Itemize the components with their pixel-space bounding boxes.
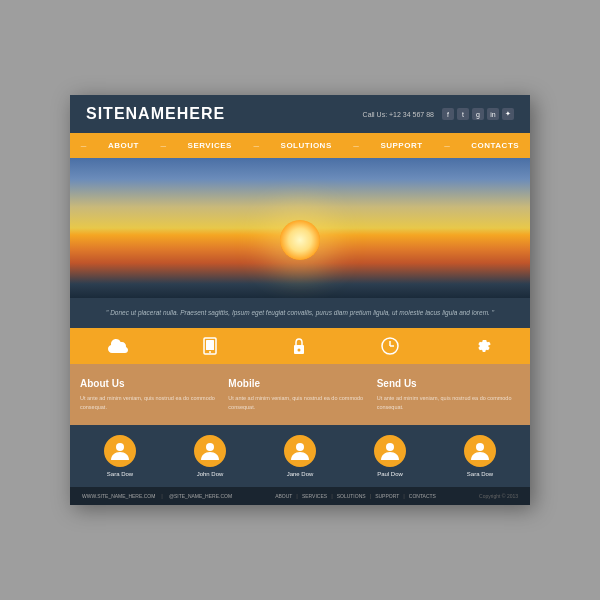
footer-nav-solutions[interactable]: SOLUTIONS <box>337 493 366 499</box>
quote-section: " Donec ut placerat nulla. Praesent sagi… <box>70 298 530 328</box>
feature-about-title: About Us <box>80 378 223 389</box>
features-section: About Us Ut ante ad minim veniam, quis n… <box>70 364 530 425</box>
svg-point-9 <box>206 443 214 451</box>
footer-nav-services[interactable]: SERVICES <box>302 493 327 499</box>
svg-point-12 <box>476 443 484 451</box>
svg-point-11 <box>386 443 394 451</box>
sun-graphic <box>280 220 320 260</box>
nav-sep-3: – <box>353 140 359 151</box>
feature-sendus-title: Send Us <box>377 378 520 389</box>
nav: – ABOUT – SERVICES – SOLUTIONS – SUPPORT… <box>70 133 530 158</box>
svg-point-2 <box>209 351 211 353</box>
footer-nav: ABOUT | SERVICES | SOLUTIONS | SUPPORT |… <box>275 493 436 499</box>
hero-section <box>70 158 530 298</box>
footer-nav-support[interactable]: SUPPORT <box>375 493 399 499</box>
nav-sep-0: – <box>81 140 87 151</box>
team-member-3: Paul Dow <box>374 435 406 477</box>
feature-mobile-title: Mobile <box>228 378 371 389</box>
feature-sendus-text: Ut ante ad minim veniam, quis nostrud ea… <box>377 394 520 411</box>
social-icon-g[interactable]: g <box>472 108 484 120</box>
svg-point-8 <box>116 443 124 451</box>
avatar-4 <box>464 435 496 467</box>
social-icon-rss[interactable]: ✦ <box>502 108 514 120</box>
nav-item-services[interactable]: SERVICES <box>188 141 232 150</box>
header: SITENAMEHERE Call Us: +12 34 567 88 f t … <box>70 95 530 133</box>
nav-item-about[interactable]: ABOUT <box>108 141 139 150</box>
member-name-1: John Dow <box>197 471 224 477</box>
social-icons: f t g in ✦ <box>442 108 514 120</box>
call-us: Call Us: +12 34 567 88 <box>363 111 434 118</box>
avatar-3 <box>374 435 406 467</box>
footer: WWW.SITE_NAME_HERE.COM | @SITE_NAME_HERE… <box>70 487 530 505</box>
member-name-0: Sara Dow <box>107 471 133 477</box>
website-mockup: SITENAMEHERE Call Us: +12 34 567 88 f t … <box>70 95 530 505</box>
team-member-0: Sara Dow <box>104 435 136 477</box>
feature-mobile: Mobile Ut ante ad minim veniam, quis nos… <box>228 378 371 411</box>
feature-sendus: Send Us Ut ante ad minim veniam, quis no… <box>377 378 520 411</box>
nav-sep-4: – <box>444 140 450 151</box>
footer-nav-contacts[interactable]: CONTACTS <box>409 493 436 499</box>
footer-link-website: WWW.SITE_NAME_HERE.COM <box>82 493 155 499</box>
footer-link-email: @SITE_NAME_HERE.COM <box>169 493 232 499</box>
footer-sep: | <box>161 493 163 499</box>
team-member-2: Jane Dow <box>284 435 316 477</box>
nav-item-solutions[interactable]: SOLUTIONS <box>281 141 332 150</box>
lock-icon <box>292 337 306 355</box>
social-icon-f[interactable]: f <box>442 108 454 120</box>
feature-about: About Us Ut ante ad minim veniam, quis n… <box>80 378 223 411</box>
clock-icon <box>381 337 399 355</box>
icons-bar <box>70 328 530 364</box>
member-name-3: Paul Dow <box>377 471 403 477</box>
tablet-icon <box>203 337 217 355</box>
footer-nav-about[interactable]: ABOUT <box>275 493 292 499</box>
svg-point-4 <box>297 349 300 352</box>
member-name-4: Sara Dow <box>467 471 493 477</box>
team-member-1: John Dow <box>194 435 226 477</box>
quote-text: " Donec ut placerat nulla. Praesent sagi… <box>90 308 510 318</box>
nav-item-contacts[interactable]: CONTACTS <box>471 141 519 150</box>
member-name-2: Jane Dow <box>287 471 314 477</box>
header-right: Call Us: +12 34 567 88 f t g in ✦ <box>363 108 514 120</box>
site-name: SITENAMEHERE <box>86 105 225 123</box>
gear-icon <box>474 337 492 355</box>
svg-rect-1 <box>206 340 214 350</box>
svg-point-10 <box>296 443 304 451</box>
feature-mobile-text: Ut ante ad minim veniam, quis nostrud ea… <box>228 394 371 411</box>
nav-sep-1: – <box>160 140 166 151</box>
footer-links: WWW.SITE_NAME_HERE.COM | @SITE_NAME_HERE… <box>82 493 232 499</box>
team-member-4: Sara Dow <box>464 435 496 477</box>
avatar-1 <box>194 435 226 467</box>
avatar-2 <box>284 435 316 467</box>
social-icon-in[interactable]: in <box>487 108 499 120</box>
avatar-0 <box>104 435 136 467</box>
nav-item-support[interactable]: SUPPORT <box>380 141 422 150</box>
footer-copyright: Copyright © 2013 <box>479 493 518 499</box>
feature-about-text: Ut ante ad minim veniam, quis nostrud ea… <box>80 394 223 411</box>
cloud-icon <box>108 339 128 353</box>
team-section: Sara Dow John Dow Jane Dow Paul Dow Sara… <box>70 425 530 487</box>
nav-sep-2: – <box>253 140 259 151</box>
social-icon-t[interactable]: t <box>457 108 469 120</box>
